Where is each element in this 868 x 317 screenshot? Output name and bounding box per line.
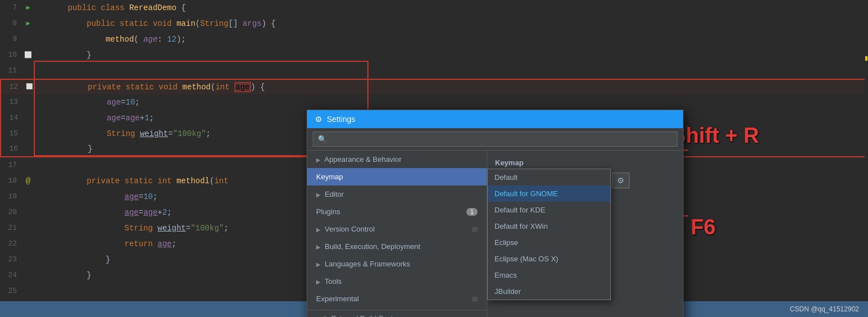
dropdown-item-gnome[interactable]: Default for GNOME: [488, 185, 610, 202]
keymap-dropdown-list: Default Default for GNOME Default for KD…: [487, 169, 611, 300]
keymap-label: Keymap: [495, 158, 675, 167]
settings-dialog: ⚙ Settings ▶ Appearance & Behavior Keyma…: [307, 110, 683, 317]
dropdown-item-emacs[interactable]: Emacs: [488, 267, 610, 283]
scroll-bar-area: [865, 0, 868, 317]
menu-item-version-control[interactable]: ▶ Version Control ⊞: [307, 220, 487, 238]
run-gutter-8[interactable]: ▶: [23, 16, 34, 31]
dropdown-item-eclipse[interactable]: Eclipse: [488, 234, 610, 251]
menu-item-keymap[interactable]: Keymap: [307, 168, 487, 185]
menu-item-appearance[interactable]: ▶ Appearance & Behavior: [307, 151, 487, 168]
editor-line-10: 10 ⬜ }: [0, 47, 868, 63]
menu-item-languages[interactable]: ▶ Languages & Frameworks: [307, 255, 487, 273]
arrow-icon-lang: ▶: [316, 261, 321, 268]
arrow-icon-tools: ▶: [316, 279, 321, 285]
ext-build-icon: ⚙: [322, 315, 328, 318]
editor-line-12: 12 ⬜ private static void method(int age)…: [0, 79, 868, 94]
dropdown-item-default[interactable]: Default: [488, 169, 610, 185]
external-build-row[interactable]: ▶ ⚙ External Build Systems: [307, 310, 487, 317]
arrow-icon-editor: ▶: [316, 192, 321, 198]
arrow-icon-vc: ▶: [316, 227, 321, 233]
run-gutter-7[interactable]: ▶: [23, 0, 34, 16]
settings-title-icon: ⚙: [315, 115, 322, 124]
dropdown-item-kde[interactable]: Default for KDE: [488, 202, 610, 218]
menu-item-build[interactable]: ▶ Build, Execution, Deployment: [307, 238, 487, 255]
settings-title-bar: ⚙ Settings: [307, 110, 683, 128]
dropdown-item-eclipse-mac[interactable]: Eclipse (Mac OS X): [488, 251, 610, 267]
settings-search-input[interactable]: [313, 132, 677, 147]
arrow-icon-build: ▶: [316, 244, 321, 250]
external-build-label: External Build Systems: [331, 314, 407, 317]
menu-item-editor[interactable]: ▶ Editor: [307, 185, 487, 203]
plugins-badge: 1: [466, 208, 478, 216]
settings-body: ▶ Appearance & Behavior Keymap ▶ Editor …: [307, 151, 683, 317]
menu-item-plugins[interactable]: Plugins 1: [307, 203, 487, 220]
menu-item-experimental[interactable]: Experimental ⊞: [307, 290, 487, 307]
dropdown-item-xwin[interactable]: Default for XWin: [488, 218, 610, 234]
settings-search-area: [307, 128, 683, 151]
menu-item-tools[interactable]: ▶ Tools: [307, 273, 487, 290]
settings-title-text: Settings: [327, 115, 356, 124]
arrow-icon: ▶: [316, 157, 321, 163]
attribution-text: CSDN @qq_41512902: [790, 305, 859, 313]
keymap-gear-button[interactable]: ⚙: [612, 173, 629, 188]
dropdown-item-jbuilder[interactable]: JBuilder: [488, 283, 610, 300]
settings-right-panel: Keymap Eclipse ▼ ⚙ Default Default for G…: [487, 151, 683, 317]
settings-left-menu: ▶ Appearance & Behavior Keymap ▶ Editor …: [307, 151, 487, 317]
scroll-mark: [865, 56, 867, 61]
